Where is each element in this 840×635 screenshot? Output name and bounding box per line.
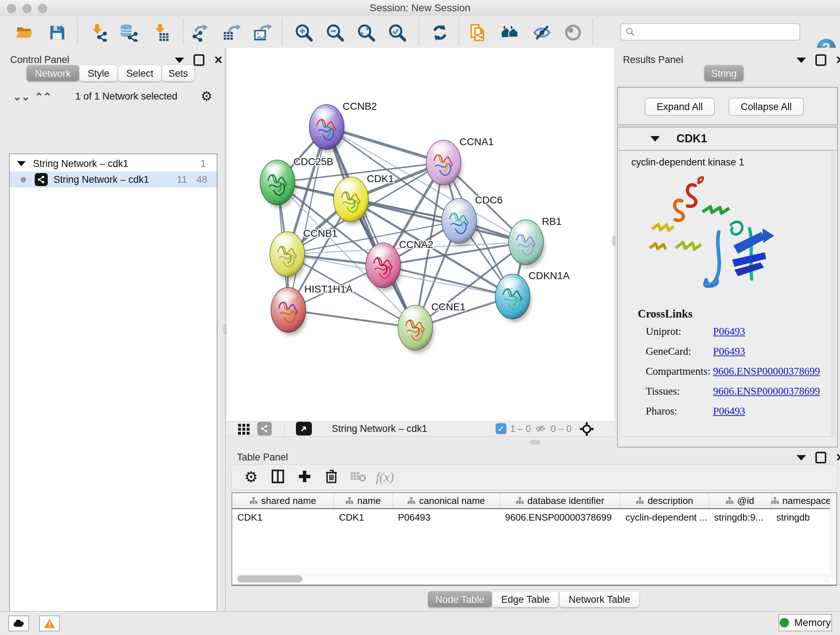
table-cell[interactable]: P06493 bbox=[398, 512, 498, 523]
tab-select[interactable]: Select bbox=[118, 65, 162, 81]
open-session-button[interactable] bbox=[14, 22, 35, 43]
import-network-from-database-button[interactable] bbox=[118, 22, 139, 43]
tab-node-table[interactable]: Node Table bbox=[428, 591, 492, 608]
refresh-button[interactable] bbox=[430, 22, 450, 43]
tab-string[interactable]: String bbox=[704, 65, 744, 81]
tab-style[interactable]: Style bbox=[79, 65, 118, 81]
selected-checkbox-icon[interactable]: ✓ bbox=[496, 423, 507, 434]
navigator-crosshair-button[interactable] bbox=[579, 422, 594, 438]
network-node-ccne1[interactable]: CCNE1 bbox=[398, 301, 466, 353]
network-edge[interactable] bbox=[288, 310, 415, 328]
column-header-shared-name[interactable]: shared name bbox=[232, 493, 334, 508]
network-node-ccnb2[interactable]: CCNB2 bbox=[309, 101, 377, 153]
zoom-in-button[interactable] bbox=[294, 22, 314, 43]
crosslink-link[interactable]: 9606.ENSP00000378699 bbox=[713, 385, 820, 397]
table-horizontal-scrollbar[interactable] bbox=[233, 574, 830, 583]
tab-sets[interactable]: Sets bbox=[162, 65, 195, 81]
hide-selected-button[interactable] bbox=[532, 22, 552, 43]
network-node-rb1[interactable]: RB1 bbox=[508, 216, 561, 268]
crosslink-link[interactable]: P06493 bbox=[713, 325, 745, 337]
export-network-button[interactable] bbox=[189, 22, 210, 43]
network-collection-row[interactable]: String Network – cdk1 1 bbox=[10, 156, 217, 172]
tab-network[interactable]: Network bbox=[27, 65, 79, 81]
fit-content-button[interactable] bbox=[356, 22, 376, 43]
export-table-button[interactable] bbox=[221, 22, 242, 43]
import-network-button[interactable] bbox=[88, 22, 109, 43]
collapse-all-networks-icon[interactable]: ⌄⌄ bbox=[35, 90, 52, 103]
table-cell[interactable]: stringdb bbox=[776, 512, 829, 523]
network-node-ccnb1[interactable]: CCNB1 bbox=[270, 228, 338, 280]
panel-menu-icon[interactable] bbox=[175, 57, 184, 63]
grid-view-button[interactable] bbox=[237, 422, 251, 437]
import-table-button[interactable] bbox=[151, 22, 172, 43]
horizontal-scroll-thumb[interactable] bbox=[237, 575, 302, 583]
expand-all-button[interactable]: Expand All bbox=[645, 98, 715, 116]
crosslink-link[interactable]: 9606.ENSP00000378699 bbox=[713, 365, 820, 377]
network-node-cdkn1a[interactable]: CDKN1A bbox=[495, 270, 570, 322]
memory-button[interactable]: Memory bbox=[778, 614, 832, 631]
table-cell[interactable]: stringdb:9... bbox=[714, 512, 769, 523]
column-header-canonical-name[interactable]: canonical name bbox=[393, 493, 500, 508]
copy-network-button[interactable] bbox=[468, 22, 488, 43]
network-edge[interactable] bbox=[288, 127, 327, 310]
float-panel-icon[interactable] bbox=[815, 54, 826, 66]
birds-eye-view-button[interactable] bbox=[296, 422, 312, 435]
tab-edge-table[interactable]: Edge Table bbox=[492, 591, 559, 608]
panel-menu-icon[interactable] bbox=[797, 455, 806, 461]
delete-table-button[interactable] bbox=[345, 470, 371, 484]
gene-section-header[interactable]: CDK1 bbox=[618, 127, 837, 150]
panel-menu-icon[interactable] bbox=[797, 57, 806, 63]
function-builder-button[interactable]: f(x) bbox=[371, 470, 398, 485]
collapse-tree-icon[interactable] bbox=[17, 161, 26, 166]
close-panel-icon[interactable]: ✕ bbox=[836, 56, 840, 65]
network-row-selected[interactable]: String Network – cdk1 11 48 bbox=[10, 172, 217, 187]
results-panel: Results Panel ✕ String Expand All Collap… bbox=[616, 48, 840, 449]
results-scrollbar[interactable] bbox=[831, 150, 836, 436]
column-header-name[interactable]: name bbox=[334, 493, 393, 508]
tab-network-table[interactable]: Network Table bbox=[559, 591, 639, 608]
table-cell[interactable]: cyclin-dependent ... bbox=[625, 512, 707, 523]
export-image-button[interactable] bbox=[253, 22, 273, 43]
collapse-section-icon[interactable] bbox=[651, 136, 660, 141]
crosslink-link[interactable]: P06493 bbox=[713, 345, 745, 357]
table-options-button[interactable]: ⚙ bbox=[238, 470, 264, 484]
column-header--id[interactable]: @id bbox=[709, 493, 771, 508]
show-columns-button[interactable] bbox=[264, 469, 291, 485]
crosslink-link[interactable]: P06493 bbox=[713, 405, 745, 417]
table-cell[interactable]: 9606.ENSP00000378699 bbox=[505, 512, 618, 523]
bottom-splitter-handle[interactable] bbox=[530, 440, 540, 444]
network-style-button[interactable] bbox=[257, 422, 272, 435]
search-input[interactable] bbox=[638, 26, 795, 38]
delete-column-button[interactable] bbox=[318, 469, 345, 485]
network-options-gear-icon[interactable]: ⚙ bbox=[201, 90, 212, 103]
float-panel-icon[interactable] bbox=[194, 54, 204, 66]
collapse-all-button[interactable]: Collapse All bbox=[729, 98, 804, 116]
zoom-selected-button[interactable] bbox=[387, 22, 407, 43]
network-node-cdk1[interactable]: CDK1 bbox=[333, 173, 394, 225]
memory-status-dot bbox=[780, 618, 789, 627]
close-panel-icon[interactable]: ✕ bbox=[836, 453, 840, 462]
network-node-cdc6[interactable]: CDC6 bbox=[442, 195, 502, 247]
search-field[interactable] bbox=[621, 23, 800, 41]
show-all-button[interactable] bbox=[563, 22, 583, 43]
network-canvas[interactable]: CCNB2CCNA1CDC25BCDK1CDC6RB1CCNB1CCNA2CDK… bbox=[227, 48, 614, 421]
table-cell[interactable]: CDK1 bbox=[237, 512, 332, 523]
add-column-button[interactable] bbox=[291, 470, 318, 485]
network-node-ccna1[interactable]: CCNA1 bbox=[426, 136, 494, 188]
table-vertical-scrollbar[interactable] bbox=[830, 494, 836, 577]
column-header-description[interactable]: description bbox=[621, 493, 709, 508]
cloud-status-button[interactable] bbox=[8, 616, 29, 631]
home-view-button[interactable] bbox=[500, 22, 520, 43]
expand-all-networks-icon[interactable]: ⌄⌄ bbox=[13, 90, 29, 103]
close-panel-icon[interactable]: ✕ bbox=[214, 56, 223, 65]
column-header-database-identifier[interactable]: database identifier bbox=[500, 493, 621, 508]
zoom-out-button[interactable] bbox=[325, 22, 345, 43]
warnings-button[interactable] bbox=[39, 616, 60, 631]
save-session-button[interactable] bbox=[47, 22, 67, 43]
network-node-hist1h1a[interactable]: HIST1H1A bbox=[271, 283, 353, 336]
column-header-namespace[interactable]: namespace bbox=[771, 493, 831, 508]
network-node-cdc25b[interactable]: CDC25B bbox=[260, 156, 333, 208]
float-panel-icon[interactable] bbox=[815, 452, 826, 463]
table-cell[interactable]: CDK1 bbox=[339, 512, 391, 523]
network-edge[interactable] bbox=[327, 127, 415, 328]
